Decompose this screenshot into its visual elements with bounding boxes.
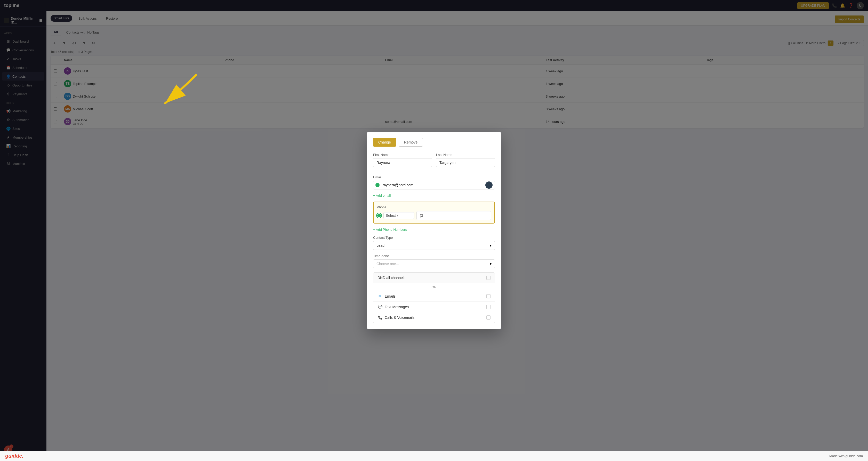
- modal-overlay[interactable]: Change Remove First Name Last Name Email…: [0, 0, 868, 461]
- guidde-credit: Made with guidde.com: [829, 454, 863, 458]
- first-name-input[interactable]: [373, 158, 432, 167]
- dnd-sms-label: 💬 Text Messages: [377, 304, 409, 309]
- chevron-down-icon: ▾: [490, 243, 492, 248]
- modal-top-actions: Change Remove: [373, 138, 495, 147]
- add-email-link[interactable]: + Add email: [373, 193, 495, 197]
- phone-label: Phone: [377, 205, 491, 209]
- contact-type-select[interactable]: Lead ▾: [373, 241, 495, 250]
- dnd-calls-row: 📞 Calls & Voicemails: [373, 312, 495, 323]
- last-name-label: Last Name: [436, 153, 495, 157]
- phone-indicator: [377, 213, 381, 218]
- time-zone-label: Time Zone: [373, 254, 495, 258]
- name-row: First Name Last Name: [373, 153, 495, 171]
- dnd-section: DND all channels OR ✉ Emails 💬 Text Mess…: [373, 272, 495, 323]
- email-label: Email: [373, 175, 495, 179]
- dnd-all-checkbox[interactable]: [486, 276, 491, 280]
- last-name-group: Last Name: [436, 153, 495, 167]
- change-button[interactable]: Change: [373, 138, 396, 147]
- dnd-title: DND all channels: [377, 276, 405, 280]
- chevron-down-icon: ▾: [490, 262, 492, 266]
- dnd-calls-checkbox[interactable]: [486, 315, 491, 319]
- contact-type-value: Lead: [376, 243, 384, 248]
- contact-type-group: Contact Type Lead ▾: [373, 236, 495, 250]
- dnd-sms-checkbox[interactable]: [486, 305, 491, 309]
- time-zone-placeholder: Choose one...: [376, 262, 399, 266]
- contact-type-label: Contact Type: [373, 236, 495, 240]
- guidde-logo: guidde.: [5, 453, 24, 459]
- sms-dnd-icon: 💬: [377, 304, 383, 309]
- calls-dnd-icon: 📞: [377, 315, 383, 320]
- email-input[interactable]: [382, 181, 483, 189]
- first-name-group: First Name: [373, 153, 432, 167]
- add-phone-link[interactable]: + Add Phone Numbers: [373, 228, 495, 232]
- email-dnd-icon: ✉: [377, 294, 383, 299]
- first-name-label: First Name: [373, 153, 432, 157]
- email-group: Email i: [373, 175, 495, 189]
- phone-number-input[interactable]: [416, 211, 491, 220]
- contact-edit-modal: Change Remove First Name Last Name Email…: [367, 132, 501, 329]
- chevron-down-icon: ▾: [397, 214, 398, 217]
- dnd-emails-checkbox[interactable]: [486, 294, 491, 298]
- email-input-row: i: [373, 181, 495, 189]
- dnd-calls-label: 📞 Calls & Voicemails: [377, 315, 414, 320]
- time-zone-group: Time Zone Choose one... ▾: [373, 254, 495, 268]
- email-avatar: i: [485, 181, 493, 189]
- phone-section: Phone Select ▾: [373, 202, 495, 223]
- dnd-or-divider: OR: [373, 283, 495, 291]
- phone-row: Select ▾: [377, 211, 491, 220]
- email-indicator: [375, 183, 379, 187]
- phone-select-value: Select: [386, 213, 396, 218]
- remove-button[interactable]: Remove: [399, 138, 423, 147]
- time-zone-select[interactable]: Choose one... ▾: [373, 259, 495, 268]
- dnd-emails-row: ✉ Emails: [373, 291, 495, 302]
- dnd-header: DND all channels: [373, 273, 495, 283]
- last-name-input[interactable]: [436, 158, 495, 167]
- dnd-emails-label: ✉ Emails: [377, 294, 396, 299]
- bottom-bar: guidde. Made with guidde.com: [0, 451, 868, 461]
- dnd-sms-row: 💬 Text Messages: [373, 302, 495, 312]
- phone-select-dropdown[interactable]: Select ▾: [383, 212, 414, 219]
